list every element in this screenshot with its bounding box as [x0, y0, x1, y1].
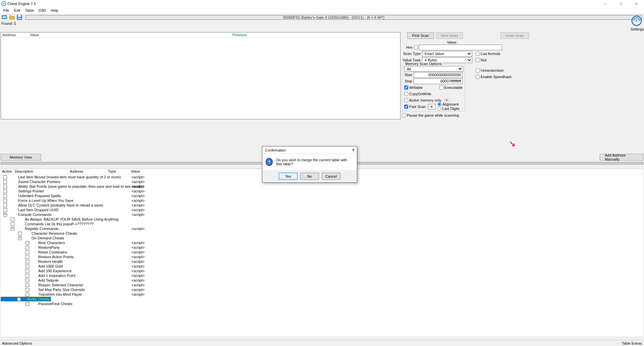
- active-checkbox[interactable]: [3, 189, 7, 193]
- table-row[interactable]: Allow DLC Content (probably have to relo…: [1, 203, 643, 208]
- hex-checkbox[interactable]: [414, 45, 418, 49]
- table-row[interactable]: RestoreParty<script>: [1, 245, 643, 250]
- active-checkbox[interactable]: [11, 218, 14, 221]
- active-checkbox[interactable]: [3, 194, 7, 198]
- stop-input[interactable]: [414, 78, 463, 84]
- active-checkbox[interactable]: [3, 185, 7, 188]
- active-checkbox[interactable]: [3, 199, 7, 203]
- active-checkbox[interactable]: [25, 255, 29, 259]
- table-row[interactable]: As Always: BACKUP YOUR SAVE Before Using…: [1, 217, 643, 222]
- table-row[interactable]: Commands List (is this popuP->????????: [1, 222, 643, 226]
- active-checkbox[interactable]: [17, 297, 21, 301]
- active-checkbox[interactable]: [25, 302, 29, 306]
- writable-checkbox[interactable]: [404, 85, 408, 90]
- table-row[interactable]: Rest Characters<script>: [1, 240, 643, 245]
- address-list[interactable]: Active Description Address Type Value La…: [1, 169, 643, 336]
- active-checkbox[interactable]: [25, 241, 29, 245]
- hdr-value[interactable]: Value: [129, 169, 643, 174]
- active-checkbox[interactable]: [25, 288, 29, 292]
- scan-results-list[interactable]: Address Value Previous: [1, 32, 400, 119]
- maximize-button[interactable]: ☐: [613, 0, 629, 7]
- no-button[interactable]: No: [300, 173, 319, 180]
- hdr-address[interactable]: Address: [68, 169, 107, 174]
- table-row[interactable]: Passive/Feat Cheats: [1, 301, 643, 306]
- menu-d3d[interactable]: D3D: [37, 8, 48, 13]
- active-checkbox[interactable]: [25, 265, 29, 268]
- start-input[interactable]: [414, 72, 463, 78]
- table-row[interactable]: Ability Stat Points (save game to popula…: [1, 184, 643, 189]
- hdr-description[interactable]: Description: [13, 169, 68, 174]
- table-row[interactable]: Add 1000 Gold<script>: [1, 264, 643, 269]
- active-checkbox[interactable]: [3, 204, 7, 207]
- table-row[interactable]: Respec Selected Character<script>: [1, 283, 643, 287]
- executable-checkbox[interactable]: [439, 85, 443, 90]
- value-input[interactable]: [419, 45, 502, 50]
- speedhack-checkbox[interactable]: [476, 75, 480, 79]
- not-checkbox[interactable]: [476, 58, 480, 62]
- alignment-radio[interactable]: [437, 102, 441, 106]
- active-memory-checkbox[interactable]: [404, 98, 408, 102]
- table-row[interactable]: Set Max Party Size Override<script>: [1, 287, 643, 292]
- table-row[interactable]: Add 1 Inspiration Point<script>: [1, 273, 643, 278]
- scan-type-select[interactable]: Exact Value: [422, 51, 472, 57]
- menu-help[interactable]: Help: [49, 8, 60, 13]
- active-checkbox[interactable]: [3, 180, 7, 184]
- add-to-list-arrow-icon[interactable]: [510, 141, 515, 146]
- active-checkbox[interactable]: [25, 250, 29, 254]
- cancel-button[interactable]: Cancel: [322, 173, 340, 180]
- menu-edit[interactable]: Edit: [12, 8, 22, 13]
- active-checkbox[interactable]: ✕: [3, 213, 7, 217]
- table-row[interactable]: Unlimited Prepared Spells<script>: [1, 193, 643, 198]
- active-checkbox[interactable]: [25, 279, 29, 282]
- table-row[interactable]: Transform into Mind Flayer<script>: [1, 292, 643, 297]
- table-row[interactable]: Character Resource Cheats: [1, 231, 643, 236]
- active-checkbox[interactable]: [3, 208, 7, 212]
- table-row[interactable]: Ability Cheats: [1, 297, 51, 301]
- col-value[interactable]: Value: [29, 33, 231, 38]
- pause-game-checkbox[interactable]: [402, 113, 406, 117]
- active-checkbox[interactable]: [25, 260, 29, 264]
- table-row[interactable]: Restore Health<script>: [1, 259, 643, 264]
- dialog-close-button[interactable]: ✕: [352, 148, 355, 152]
- active-checkbox[interactable]: [25, 274, 29, 278]
- active-checkbox[interactable]: [3, 175, 7, 179]
- table-row[interactable]: Restore Action Points<script>: [1, 254, 643, 259]
- table-row[interactable]: ✕On Demand Cheats: [1, 236, 643, 240]
- first-scan-button[interactable]: First Scan: [407, 32, 434, 39]
- settings-button[interactable]: Settings: [631, 15, 643, 31]
- menu-table[interactable]: Table: [23, 8, 36, 13]
- hdr-type[interactable]: Type: [107, 169, 129, 174]
- copyonwrite-checkbox[interactable]: [404, 92, 408, 96]
- active-checkbox[interactable]: [11, 222, 14, 226]
- select-process-button[interactable]: [1, 14, 8, 21]
- fast-scan-value[interactable]: [428, 104, 435, 110]
- menu-file[interactable]: File: [1, 8, 11, 13]
- memory-region-select[interactable]: All: [404, 66, 463, 72]
- col-previous[interactable]: Previous: [231, 33, 248, 38]
- hdr-active[interactable]: Active: [1, 169, 13, 174]
- lua-formula-checkbox[interactable]: [476, 52, 480, 56]
- advanced-options-button[interactable]: Advanced Options: [2, 341, 32, 345]
- table-row[interactable]: Reset Cooldowns<script>: [1, 250, 643, 254]
- table-row[interactable]: Last Item Dropped UUID<script>: [1, 208, 643, 212]
- table-row[interactable]: Settings Pointer<script>: [1, 189, 643, 193]
- active-checkbox[interactable]: [25, 246, 29, 249]
- save-button[interactable]: [16, 14, 23, 21]
- table-row[interactable]: ✕Register Commands<script>: [1, 226, 643, 231]
- active-checkbox[interactable]: [18, 232, 22, 235]
- table-row[interactable]: ✕Console Commands<script>: [1, 212, 643, 217]
- table-extras-button[interactable]: Table Extras: [622, 341, 642, 345]
- active-checkbox[interactable]: [25, 269, 29, 273]
- last-digits-radio[interactable]: [437, 107, 441, 111]
- close-button[interactable]: ✕: [629, 0, 644, 7]
- memory-view-button[interactable]: Memory View: [1, 154, 41, 161]
- col-address[interactable]: Address: [1, 33, 29, 38]
- yes-button[interactable]: Yes: [279, 173, 298, 180]
- fast-scan-checkbox[interactable]: [404, 105, 408, 109]
- table-row[interactable]: Add Tadpole<script>: [1, 278, 643, 283]
- active-checkbox[interactable]: ✕: [11, 227, 14, 231]
- table-row[interactable]: Add 100 Experience<script>: [1, 269, 643, 273]
- active-checkbox[interactable]: [25, 293, 29, 296]
- minimize-button[interactable]: ─: [598, 0, 613, 7]
- open-button[interactable]: [9, 14, 15, 21]
